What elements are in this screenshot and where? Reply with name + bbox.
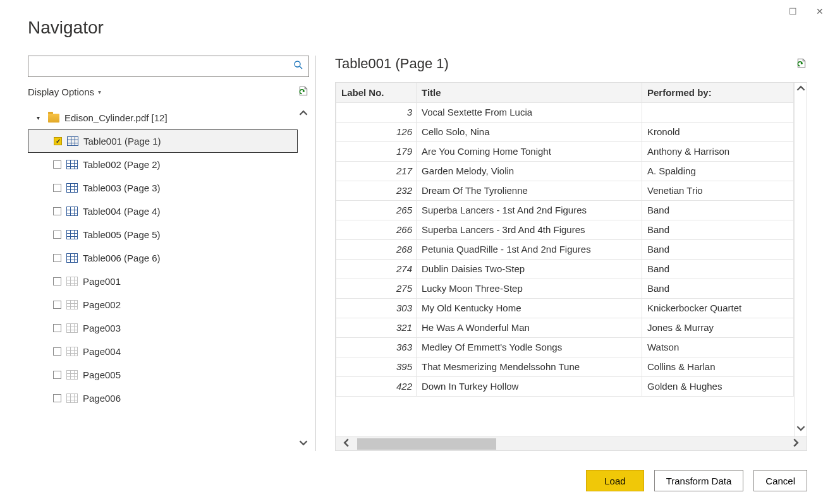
table-icon xyxy=(66,230,78,239)
checkbox[interactable] xyxy=(53,254,61,262)
cell-title: Dublin Daisies Two-Step xyxy=(417,259,642,279)
preview-table: Label No. Title Performed by: 3Vocal Sex… xyxy=(336,83,794,397)
tree-item[interactable]: Table005 (Page 5) xyxy=(28,223,298,246)
table-row[interactable]: 179Are You Coming Home TonightAnthony & … xyxy=(336,141,794,161)
tree-item[interactable]: Page004 xyxy=(28,340,298,363)
col-header[interactable]: Title xyxy=(417,83,642,102)
tree-item[interactable]: Table004 (Page 4) xyxy=(28,200,298,223)
tree-item[interactable]: Table001 (Page 1) xyxy=(28,129,298,153)
page-icon xyxy=(66,393,78,403)
tree-item[interactable]: Page002 xyxy=(28,293,298,316)
table-row[interactable]: 232Dream Of The TyrolienneVenetian Trio xyxy=(336,181,794,200)
table-row[interactable]: 321He Was A Wonderful ManJones & Murray xyxy=(336,318,794,337)
checkbox[interactable] xyxy=(53,231,61,239)
table-icon xyxy=(66,207,78,216)
cancel-button[interactable]: Cancel xyxy=(753,470,807,491)
refresh-tree-icon[interactable] xyxy=(298,85,309,99)
grid-hscroll-thumb[interactable] xyxy=(357,438,496,450)
tree-item[interactable]: Page005 xyxy=(28,363,298,387)
checkbox[interactable] xyxy=(54,137,62,145)
table-row[interactable]: 3Vocal Sextette From Lucia xyxy=(336,102,794,122)
col-header[interactable]: Label No. xyxy=(336,83,417,102)
cell-label-no: 275 xyxy=(336,279,417,298)
grid-vertical-scrollbar[interactable] xyxy=(794,83,807,436)
cell-performed-by: Kronold xyxy=(642,122,794,141)
dialog-title: Navigator xyxy=(28,18,807,38)
maximize-icon[interactable]: ☐ xyxy=(789,6,797,16)
table-row[interactable]: 303My Old Kentucky HomeKnickerbocker Qua… xyxy=(336,298,794,318)
tree-item-label: Table001 (Page 1) xyxy=(83,136,161,147)
search-icon xyxy=(293,60,303,73)
svg-point-0 xyxy=(295,61,300,67)
table-icon xyxy=(67,136,78,146)
table-row[interactable]: 266Superba Lancers - 3rd And 4th Figures… xyxy=(336,220,794,239)
tree-item-label: Page002 xyxy=(83,299,121,310)
tree-item[interactable]: Page003 xyxy=(28,316,298,340)
transform-data-button[interactable]: Transform Data xyxy=(654,470,744,491)
left-pane: Display Options ▾ ▾ Edison_Cylinder.pdf … xyxy=(28,56,316,451)
grid-scroll-left-icon[interactable] xyxy=(336,437,357,450)
tree-item-label: Page005 xyxy=(83,369,121,380)
grid-horizontal-scrollbar[interactable] xyxy=(336,436,807,450)
display-options-button[interactable]: Display Options ▾ xyxy=(28,87,101,97)
footer: Load Transform Data Cancel xyxy=(28,451,807,491)
scroll-down-icon[interactable] xyxy=(298,437,309,451)
cell-performed-by: Anthony & Harrison xyxy=(642,141,794,161)
checkbox[interactable] xyxy=(53,277,61,285)
chevron-down-icon: ▾ xyxy=(98,88,101,95)
cell-label-no: 268 xyxy=(336,239,417,259)
close-icon[interactable]: ✕ xyxy=(816,6,824,16)
checkbox[interactable] xyxy=(53,207,61,215)
load-button[interactable]: Load xyxy=(586,470,643,491)
preview-pane: Table001 (Page 1) Label No. Title Perfor… xyxy=(316,56,807,451)
grid-scroll-up-icon[interactable] xyxy=(795,83,807,97)
collapse-icon[interactable]: ▾ xyxy=(37,114,43,121)
col-header[interactable]: Performed by: xyxy=(642,83,794,102)
cell-label-no: 422 xyxy=(336,376,417,396)
tree-root[interactable]: ▾ Edison_Cylinder.pdf [12] xyxy=(28,106,298,129)
table-row[interactable]: 274Dublin Daisies Two-StepBand xyxy=(336,259,794,279)
checkbox[interactable] xyxy=(53,160,61,169)
tree-item-label: Page006 xyxy=(83,393,121,404)
cell-title: Cello Solo, Nina xyxy=(417,122,642,141)
cell-performed-by: Band xyxy=(642,259,794,279)
checkbox[interactable] xyxy=(53,394,61,402)
checkbox[interactable] xyxy=(53,371,61,379)
cell-title: That Mesmerizing Mendelssohn Tune xyxy=(417,357,642,376)
folder-icon xyxy=(48,114,59,123)
tree-item[interactable]: Page001 xyxy=(28,270,298,293)
tree-scrollbar[interactable] xyxy=(298,106,309,451)
table-icon xyxy=(66,183,78,193)
checkbox[interactable] xyxy=(53,347,61,356)
tree-item-label: Page003 xyxy=(83,323,121,333)
table-row[interactable]: 268Petunia QuadRille - 1st And 2nd Figur… xyxy=(336,239,794,259)
checkbox[interactable] xyxy=(53,301,61,309)
scroll-up-icon[interactable] xyxy=(298,107,309,121)
tree-item[interactable]: Page006 xyxy=(28,387,298,410)
cell-title: Superba Lancers - 1st And 2nd Figures xyxy=(417,200,642,220)
grid-scroll-down-icon[interactable] xyxy=(795,423,807,436)
tree-item[interactable]: Table002 (Page 2) xyxy=(28,153,298,176)
table-icon xyxy=(66,253,78,263)
checkbox[interactable] xyxy=(53,324,61,332)
cell-label-no: 217 xyxy=(336,161,417,181)
tree-item[interactable]: Table003 (Page 3) xyxy=(28,176,298,200)
table-row[interactable]: 126Cello Solo, NinaKronold xyxy=(336,122,794,141)
checkbox[interactable] xyxy=(53,184,61,192)
tree-item[interactable]: Table006 (Page 6) xyxy=(28,246,298,270)
cell-performed-by: Collins & Harlan xyxy=(642,357,794,376)
table-row[interactable]: 363Medley Of Emmett's Yodle SongsWatson xyxy=(336,337,794,357)
refresh-preview-icon[interactable] xyxy=(796,57,807,71)
search-input[interactable] xyxy=(28,56,309,77)
cell-performed-by: Band xyxy=(642,220,794,239)
table-row[interactable]: 217Garden Melody, ViolinA. Spalding xyxy=(336,161,794,181)
table-row[interactable]: 395That Mesmerizing Mendelssohn TuneColl… xyxy=(336,357,794,376)
navigator-dialog: Navigator Display Options ▾ xyxy=(0,0,835,504)
table-row[interactable]: 275Lucky Moon Three-StepBand xyxy=(336,279,794,298)
display-options-label: Display Options xyxy=(28,87,94,97)
cell-performed-by: A. Spalding xyxy=(642,161,794,181)
table-row[interactable]: 422Down In Turkey HollowGolden & Hughes xyxy=(336,376,794,396)
cell-performed-by: Jones & Murray xyxy=(642,318,794,337)
table-row[interactable]: 265Superba Lancers - 1st And 2nd Figures… xyxy=(336,200,794,220)
grid-scroll-right-icon[interactable] xyxy=(785,437,807,450)
